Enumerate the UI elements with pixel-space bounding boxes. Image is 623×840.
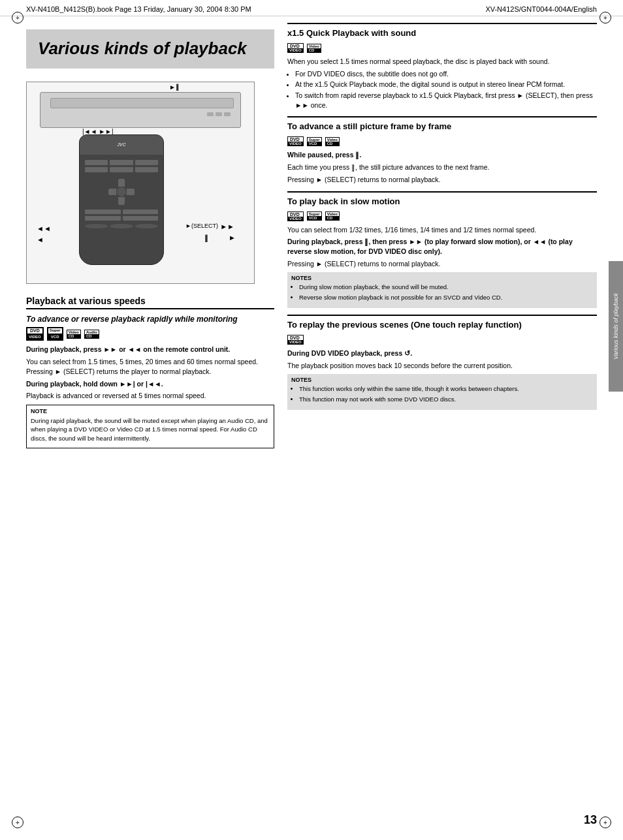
while-paused-text1: Each time you press ‖, the still picture… [287, 163, 597, 172]
remote-bottom-btn-1 [85, 224, 108, 228]
remote-btn-3 [135, 160, 158, 165]
reg-mark-bl [12, 817, 24, 828]
during-playback-bold2: During playback, hold down ►►| or |◄◄. [26, 379, 274, 389]
header-left: XV-N410B_N412S(B).book Page 13 Friday, J… [26, 5, 251, 13]
qp-cd: CD [308, 48, 321, 52]
sm-dvd: DVD [288, 212, 303, 217]
remote-btn-2 [110, 160, 133, 165]
replay-note-1: This function works only within the same… [299, 384, 593, 393]
remote-lower-btn-1 [85, 210, 121, 214]
remote-lower-btn-3 [85, 216, 121, 221]
replay-note-2: This function may not work with some DVD… [299, 395, 593, 403]
super-label: Super [48, 328, 63, 334]
sf-dvd: DVD [288, 137, 303, 142]
replay-dvd: DVD [288, 335, 303, 340]
qp-bullet-2: At the x1.5 Quick Playback mode, the dig… [295, 80, 597, 89]
still-frame-section: To advance a still picture frame by fram… [287, 116, 597, 184]
replay-badges: DVD VIDEO [287, 335, 597, 345]
during-dvd-bold: During DVD VIDEO playback, press ↺. [287, 349, 597, 358]
page-header: XV-N410B_N412S(B).book Page 13 Friday, J… [0, 0, 623, 16]
remote-arrow-left: ◄◄ [37, 225, 51, 232]
during-playback-text1: You can select from 1.5 times, 5 times, … [26, 357, 274, 376]
super-vcd-badge: Super VCD [47, 327, 63, 340]
replay-dvd-video-badge: DVD VIDEO [287, 335, 304, 345]
slow-motion-text: You can select from 1/32 times, 1/16 tim… [287, 225, 597, 235]
remote-btn-6 [135, 167, 158, 172]
slow-motion-notes-list: During slow motion playback, the sound w… [291, 283, 593, 302]
replay-heading: To replay the previous scenes (One touch… [287, 320, 597, 332]
advance-reverse-badges: DVD VIDEO Super VCD Video CD Audio CD [26, 327, 274, 341]
during-playback-bold1: During playback, press ►► or ◄◄ on the r… [26, 345, 274, 354]
slow-motion-bold: During playback, press ‖, then press ►► … [287, 237, 597, 256]
replay-notes-box: NOTES This function works only within th… [287, 374, 597, 410]
page-title: Various kinds of playback [38, 39, 263, 59]
quick-playback-heading: x1.5 Quick Playback with sound [287, 28, 597, 40]
sm-cd: CD [326, 216, 339, 220]
sf-video-cd-badge: Video CD [325, 137, 340, 146]
dvd-buttons [207, 112, 231, 116]
remote-control: JVC [79, 134, 164, 265]
dvd-btn-3 [224, 112, 231, 116]
sf-video: VIDEO [288, 142, 303, 146]
quick-playback-text: When you select 1.5 times normal speed p… [287, 57, 597, 67]
during-dvd-bold-text: During DVD VIDEO playback, press ↺. [287, 349, 412, 357]
note-title: NOTE [31, 408, 270, 414]
remote-btn-1 [85, 160, 108, 165]
playback-speeds-heading: Playback at various speeds [26, 296, 274, 309]
fwd-arrows2: ► [229, 234, 236, 241]
slow-motion-bold-text: During playback, press ‖, then press ►► … [287, 238, 573, 255]
sm-video: VIDEO [288, 217, 303, 221]
fwd-arrows: ►► [220, 223, 234, 230]
during-playback-bold1-text: During playback, press ►► or ◄◄ on the r… [26, 345, 230, 353]
during-playback-text2: Playback is advanced or reversed at 5 ti… [26, 391, 274, 401]
remote-bottom-btn-3 [135, 224, 158, 228]
replay-notes-list: This function works only within the same… [291, 384, 593, 403]
note-box: NOTE During rapid playback, the sound wi… [26, 405, 274, 448]
dpad-center [117, 187, 126, 196]
qp-bullet-3: To switch from rapid reverse playback to… [295, 91, 597, 110]
reg-mark-br [599, 817, 611, 828]
while-paused-text2: Pressing ► (SELECT) returns to normal pl… [287, 175, 597, 185]
sf-cd: CD [326, 142, 339, 146]
dvd-btn-1 [207, 112, 214, 116]
dpad-up [118, 179, 125, 187]
sm-note-1: During slow motion playback, the sound w… [299, 283, 593, 291]
remote-arrow-down: ◄ [37, 236, 44, 243]
sf-super-vcd-badge: Super VCD [307, 137, 322, 146]
sf-dvd-video-badge: DVD VIDEO [287, 136, 304, 146]
remote-btn-4 [85, 167, 108, 172]
reg-mark-tl [12, 12, 24, 23]
dpad-left [108, 189, 116, 195]
qp-bullet-1: For DVD VIDEO discs, the subtitle does n… [295, 69, 597, 79]
note-text: During rapid playback, the sound will be… [31, 416, 270, 443]
dpad-down [118, 197, 125, 205]
still-frame-heading: To advance a still picture frame by fram… [287, 121, 597, 133]
remote-lower-btn-4 [123, 216, 159, 221]
vertical-tab-text: Various kinds of playback [613, 293, 619, 360]
dpad-right [127, 189, 135, 195]
remote-lower-btn-2 [123, 210, 159, 214]
dvd-label: DVD [27, 328, 43, 334]
slow-motion-badges: DVD VIDEO Super VCD Video CD [287, 211, 597, 221]
sm-dvd-video-badge: DVD VIDEO [287, 211, 304, 221]
sm-video-cd-badge: Video CD [325, 211, 340, 221]
cd2-label: CD [85, 334, 99, 338]
video-cd-badge: Video CD [67, 330, 81, 339]
dvd-top-arrow: ►‖ [169, 84, 179, 91]
quick-playback-badges: DVD VIDEO Video CD [287, 43, 597, 53]
remote-bottom-btn-2 [110, 224, 133, 228]
select-label: ►(SELECT) [185, 223, 218, 229]
cd-label: CD [67, 334, 80, 338]
replay-text: The playback position moves back 10 seco… [287, 361, 597, 371]
remote-buttons [80, 157, 163, 176]
advance-reverse-heading: To advance or reverse playback rapidly w… [26, 315, 274, 324]
dvd-btn-2 [216, 112, 222, 116]
while-paused-text: While paused, press ‖. [287, 151, 361, 159]
slow-motion-heading: To play back in slow motion [287, 196, 597, 208]
slow-motion-notes-box: NOTES During slow motion playback, the s… [287, 272, 597, 308]
device-image: JVC ►‖ |◄◄ ►►| JVC [26, 82, 255, 284]
qp-video-cd-badge: Video CD [307, 44, 321, 53]
main-content: Various kinds of playback JVC ►‖ [0, 16, 623, 454]
vcd-label: VCD [48, 334, 63, 340]
qp-dvd-video-badge: DVD VIDEO [287, 43, 304, 53]
